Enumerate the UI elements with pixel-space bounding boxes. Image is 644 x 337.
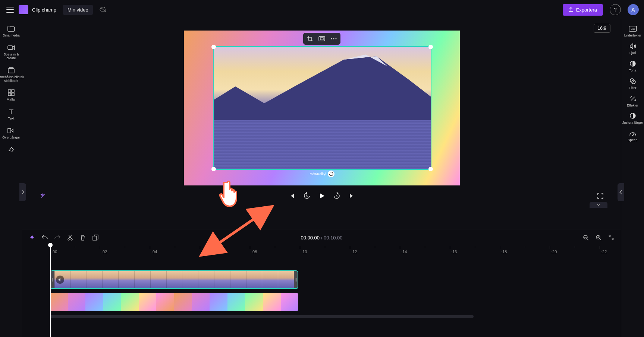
sidebar-item-filter[interactable]: Filter: [621, 75, 644, 92]
ruler-tick: :14: [400, 246, 407, 254]
svg-point-16: [71, 239, 72, 240]
skip-start-button[interactable]: [288, 192, 296, 200]
crop-button[interactable]: [306, 35, 314, 42]
sidebar-item-library[interactable]: Innehållsbibliotek sbibliotek: [0, 64, 22, 85]
sidebar-item-label: Justera färger: [622, 121, 643, 125]
zoom-fit-button[interactable]: [607, 234, 615, 241]
ruler-minor-tick: [425, 246, 425, 248]
sidebar-item-label: Ljud: [629, 51, 636, 55]
text-icon: [7, 108, 15, 116]
skip-end-button[interactable]: [348, 192, 356, 200]
total-time: 00:10.00: [324, 235, 343, 241]
camera-icon: [7, 44, 15, 52]
background-track-clip[interactable]: [50, 293, 298, 311]
sidebar-item-transitions[interactable]: Övergångar: [0, 124, 22, 142]
current-time: 00:00.00: [301, 235, 320, 241]
zoom-in-button[interactable]: [595, 234, 602, 241]
help-button[interactable]: ?: [610, 4, 621, 15]
ruler-minor-tick: [525, 246, 525, 248]
sidebar-item-label: Mallar: [7, 98, 16, 102]
duplicate-button[interactable]: [92, 234, 99, 241]
ruler-tick: :10: [300, 246, 307, 254]
forward-button[interactable]: 5: [333, 192, 341, 200]
ruler-tick: :16: [450, 246, 457, 254]
resize-handle-tr[interactable]: [428, 45, 433, 49]
timeline-scrollbar[interactable]: [50, 315, 593, 318]
svg-rect-5: [12, 93, 14, 96]
clip-trim-right[interactable]: ||: [294, 271, 298, 288]
sidebar-item-speed[interactable]: Speed: [621, 127, 644, 144]
sync-off-icon[interactable]: [100, 7, 107, 13]
resize-handle-br[interactable]: [428, 167, 433, 171]
sidebar-item-label: Övergångar: [2, 136, 20, 140]
svg-rect-1: [8, 69, 14, 73]
timeline-toolbar: 00:00.00 / 00:10.00: [22, 229, 621, 246]
undo-button[interactable]: [41, 234, 48, 241]
sidebar-item-templates[interactable]: Mallar: [0, 86, 22, 104]
playhead[interactable]: [50, 245, 51, 337]
ruler-minor-tick: [325, 246, 325, 248]
sidebar-item-label: Text: [8, 117, 15, 121]
resize-handle-tl[interactable]: [211, 45, 216, 49]
cc-icon: CC: [629, 25, 637, 33]
clip-audio-icon[interactable]: [56, 276, 64, 284]
video-canvas[interactable]: Mått/Kalkyl: [184, 31, 460, 185]
speed-icon: [629, 129, 637, 137]
transition-icon: [7, 127, 15, 135]
svg-point-15: [68, 239, 69, 240]
fit-button[interactable]: [318, 35, 326, 42]
aspect-ratio-button[interactable]: 16:9: [594, 24, 610, 33]
svg-point-11: [335, 38, 336, 39]
sidebar-item-fade[interactable]: Tona: [621, 57, 644, 75]
menu-button[interactable]: [5, 5, 15, 15]
delete-button[interactable]: [79, 234, 87, 241]
sidebar-item-label: Spela in & create: [1, 53, 22, 60]
user-avatar[interactable]: A: [628, 4, 639, 15]
ruler-tick: :04: [150, 246, 157, 254]
zoom-out-button[interactable]: [582, 234, 590, 241]
library-icon: [7, 66, 15, 74]
fullscreen-button[interactable]: [596, 192, 604, 200]
split-button[interactable]: [66, 234, 74, 241]
export-button[interactable]: Exportera: [563, 4, 603, 16]
sidebar-item-subtitles[interactable]: CC Undertexter: [621, 22, 644, 40]
svg-text:CC: CC: [631, 27, 635, 31]
sidebar-item-media[interactable]: Dina media: [0, 22, 22, 40]
sidebar-item-effects[interactable]: Effekter: [621, 92, 644, 110]
preview-area: 16:9: [22, 19, 621, 229]
sidebar-item-label: Speed: [628, 139, 637, 142]
sidebar-item-brand[interactable]: [0, 143, 22, 156]
redo-button[interactable]: [54, 234, 61, 241]
svg-rect-8: [320, 38, 323, 40]
sidebar-item-record[interactable]: Spela in & create: [0, 41, 22, 63]
sidebar-item-audio[interactable]: Ljud: [621, 40, 644, 57]
sidebar-item-label: Filter: [629, 86, 637, 90]
more-options-button[interactable]: [330, 35, 337, 42]
sidebar-item-label: Innehållsbibliotek sbibliotek: [0, 76, 24, 83]
play-button[interactable]: [318, 192, 326, 200]
svg-rect-17: [93, 236, 97, 240]
folder-icon: [7, 25, 15, 33]
rewind-button[interactable]: 5: [303, 192, 311, 200]
clip-trim-left[interactable]: ||: [51, 271, 54, 288]
rotation-handle[interactable]: Mått/Kalkyl: [310, 171, 334, 177]
svg-line-14: [210, 212, 264, 249]
timeline-ruler[interactable]: :00:02:04:06:08:10:12:14:16:18:20:22: [50, 246, 616, 255]
video-track-clip[interactable]: || ||: [50, 270, 298, 289]
svg-text:5: 5: [306, 195, 308, 197]
project-name-input[interactable]: Min video: [63, 5, 93, 15]
magic-tools-button[interactable]: [39, 192, 47, 200]
ai-button[interactable]: [28, 234, 36, 241]
filter-icon: [629, 77, 637, 85]
upload-icon: [569, 7, 573, 12]
chevron-down-icon: [596, 203, 601, 206]
sidebar-item-text[interactable]: Text: [0, 105, 22, 123]
collapse-timeline-button[interactable]: [590, 202, 607, 208]
tutorial-arrow-icon: [198, 205, 280, 261]
sidebar-item-adjust[interactable]: Justera färger: [621, 109, 644, 127]
ruler-minor-tick: [175, 246, 175, 248]
expand-right-panel-button[interactable]: [618, 183, 624, 201]
resize-handle-bl[interactable]: [211, 167, 216, 171]
fade-icon: [629, 60, 637, 68]
selected-clip-frame[interactable]: Mått/Kalkyl: [213, 46, 431, 170]
